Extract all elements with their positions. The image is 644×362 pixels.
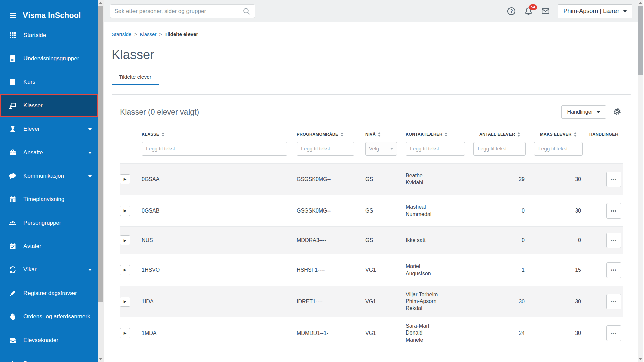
cell-maks-elever: 15 [534,267,589,273]
sort-icon[interactable] [517,132,520,137]
sidebar-scrollbar-thumb[interactable] [98,6,103,302]
column-header-antall-elever[interactable]: ANTALL ELEVER [473,132,534,137]
cell-maks-elever: 30 [534,330,589,336]
scroll-down-arrow-icon[interactable] [639,358,642,360]
sidebar-item-registrer-dagsfravaer[interactable]: Registrer dagsfravær [0,282,98,305]
column-header-kontaktlaerer[interactable]: KONTAKTLÆRER [406,132,473,137]
column-header-maks-elever[interactable]: MAKS ELEVER [534,132,589,137]
breadcrumb-current: Tildelte elever [165,31,198,37]
messages-envelope-icon[interactable] [541,7,550,16]
hamburger-menu-icon[interactable] [8,11,17,19]
filter-input-klasse[interactable] [142,142,287,156]
sidebar-item-label: Undervisningsgrupper [23,55,79,62]
sidebar-item-vikar[interactable]: Vikar [0,258,98,282]
sort-icon[interactable] [574,132,577,137]
chevron-down-icon [623,10,627,12]
tab-tildelte-elever[interactable]: Tildelte elever [112,71,159,85]
svg-text:?: ? [510,8,513,14]
page-scrollbar-thumb[interactable] [638,6,643,75]
sort-icon[interactable] [378,132,381,137]
sort-icon[interactable] [445,132,447,137]
sidebar-item-elever[interactable]: Elever [0,117,98,141]
sidebar-item-label: Persongrupper [23,220,61,226]
column-header-niva[interactable]: NIVÅ [365,132,406,137]
sidebar-item-klasser[interactable]: Klasser [0,94,98,117]
notifications-bell-icon[interactable]: 54 [524,7,533,16]
cell-antall-elever: 0 [473,208,534,214]
handlinger-label: Handlinger [567,109,593,115]
cell-antall-elever: 0 [473,237,534,243]
help-icon[interactable]: ? [506,7,516,16]
expand-row-button[interactable]: ▶ [120,297,130,307]
scroll-up-arrow-icon[interactable] [99,2,102,4]
sidebar-item-kurs[interactable]: Kurs [0,70,98,94]
cell-kontaktlaerer: Sara-Marl Donald Mariele [406,323,456,343]
breadcrumb-separator: > [159,32,162,37]
scroll-down-arrow-icon[interactable] [99,358,102,360]
filter-input-maks-elever[interactable] [534,142,583,156]
sidebar-item-persongrupper[interactable]: Persongrupper [0,211,98,235]
sidebar-item-undervisningsgrupper[interactable]: Undervisningsgrupper [0,47,98,70]
page-scrollbar[interactable] [638,0,643,362]
sidebar-item-startside[interactable]: Startside [0,23,98,47]
column-header-klasse[interactable]: KLASSE [142,132,297,137]
sidebar-item-timeplanvisning[interactable]: Timeplanvisning [0,188,98,211]
sidebar-item-avtaler[interactable]: Avtaler [0,235,98,258]
row-actions-button[interactable]: ••• [606,172,621,187]
breadcrumb-link-klasser[interactable]: Klasser [140,31,156,37]
handlinger-dropdown-button[interactable]: Handlinger [561,105,606,119]
row-actions-button[interactable]: ••• [606,233,621,248]
graduate-icon [8,125,17,133]
bar-chart-icon [8,360,17,362]
sidebar-item-label: Ansatte [23,149,43,156]
chevron-down-icon [596,111,600,113]
row-actions-button[interactable]: ••• [606,203,621,219]
chat-bubble-icon [8,172,17,180]
tab-bar: Tildelte elever [104,71,638,85]
sidebar-item-label: Klasser [23,102,43,109]
breadcrumb: Startside > Klasser > Tildelte elever [104,31,638,37]
sidebar-item-ansatte[interactable]: Ansatte [0,141,98,164]
search-icon[interactable] [242,7,251,15]
expand-row-button[interactable]: ▶ [120,265,130,275]
cell-kontaktlaerer: Beathe Kvidahl [406,172,456,186]
chevron-down-icon [88,128,92,130]
cell-niva: VG1 [365,267,406,273]
breadcrumb-link-startside[interactable]: Startside [112,31,131,37]
row-actions-button[interactable]: ••• [606,262,621,278]
sidebar-item-rapporter[interactable]: Rapporter [0,352,98,362]
table-row: ▶ 0GSAA GSGSK0MG-- GS Beathe Kvidahl 29 … [120,163,623,195]
sidebar-item-kommunikasjon[interactable]: Kommunikasjon [0,164,98,188]
expand-row-button[interactable]: ▶ [120,235,130,245]
user-menu-button[interactable]: Phim-Apsorn | Lærer [558,4,632,18]
sidebar: Visma InSchool Startside Undervisningsgr… [0,0,98,362]
filter-input-programomrade[interactable] [297,142,354,156]
column-header-programomrade[interactable]: PROGRAMOMRÅDE [297,132,365,137]
expand-row-button[interactable]: ▶ [120,206,130,216]
notification-count-badge: 54 [529,4,537,10]
cell-niva: GS [365,176,406,182]
filter-select-niva[interactable]: Velg [365,142,397,156]
row-actions-button[interactable]: ••• [606,294,621,309]
sidebar-item-label: Elever [23,126,40,132]
sort-icon[interactable] [162,132,164,137]
cell-niva: VG1 [365,299,406,305]
cell-maks-elever: 0 [534,237,589,243]
expand-row-button[interactable]: ▶ [120,174,130,184]
filter-input-antall-elever[interactable] [473,142,526,156]
sidebar-item-label: Kurs [23,79,35,85]
sort-icon[interactable] [341,132,343,137]
sidebar-item-label: Avtaler [23,243,41,250]
chevron-down-icon [88,269,92,271]
gear-settings-icon[interactable] [612,107,623,117]
cell-antall-elever: 30 [473,299,534,305]
cell-niva: GS [365,208,406,214]
filter-input-kontaktlaerer[interactable] [406,142,465,156]
row-actions-button[interactable]: ••• [606,325,621,341]
scroll-up-arrow-icon[interactable] [639,2,642,4]
expand-row-button[interactable]: ▶ [120,328,130,338]
search-input[interactable] [114,8,242,15]
sidebar-scrollbar[interactable] [98,0,104,362]
sidebar-item-elevsoknader[interactable]: Elevsøknader [0,328,98,352]
sidebar-item-ordens-og-atferdsanmerkninger[interactable]: Ordens- og atferdsanmerk... [0,305,98,328]
